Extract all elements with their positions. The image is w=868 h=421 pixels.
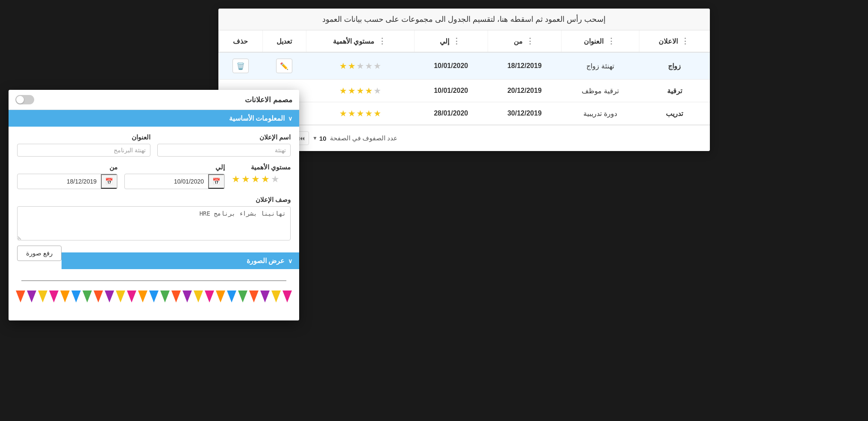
star-3[interactable]: ★	[251, 174, 260, 185]
star-cell: ★	[365, 86, 373, 96]
flag-item	[38, 291, 47, 302]
flag-item	[27, 291, 36, 302]
flag-item	[182, 291, 192, 302]
cell-to: 10/01/2020	[414, 80, 488, 102]
cell-delete[interactable]: 🗑️	[219, 52, 263, 80]
form-group-from: من 📅	[17, 163, 118, 189]
importance-stars[interactable]: ★ ★ ★ ★ ★	[232, 174, 291, 185]
form-group-to: إلي 📅	[124, 163, 225, 189]
flag-item	[171, 291, 181, 302]
title-label: العنوان	[17, 133, 150, 141]
col-from: ⋮ من	[488, 30, 561, 52]
to-date-picker-button[interactable]: 📅	[208, 174, 224, 189]
flag-item	[149, 291, 159, 302]
star-cell: ★	[339, 61, 347, 71]
star-cell: ★	[374, 108, 381, 119]
cell-to: 10/01/2020	[414, 52, 488, 80]
to-date-input[interactable]	[125, 175, 208, 187]
to-label: إلي	[124, 163, 225, 171]
toggle-switch[interactable]	[15, 95, 34, 104]
cell-importance: ★★★★★	[306, 80, 415, 102]
flag-item	[249, 291, 259, 302]
col-title: ⋮ العنوان	[561, 30, 639, 52]
star-cell: ★	[374, 61, 381, 71]
flag-item	[194, 291, 203, 302]
star-cell: ★	[356, 108, 364, 119]
section-image-label: عرض الصورة	[247, 257, 285, 265]
flag-item	[238, 291, 247, 302]
star-4[interactable]: ★	[241, 174, 250, 185]
cell-from: 20/12/2019	[488, 80, 561, 102]
section-basic-label: المعلومات الأساسية	[229, 114, 285, 122]
ad-name-label: اسم الإعلان	[157, 133, 291, 141]
edit-button[interactable]: ✏️	[276, 59, 292, 73]
cell-ad-type: ترقية	[639, 80, 710, 102]
cell-ad-type: تدريب	[639, 102, 710, 125]
col-separator[interactable]: ⋮	[606, 37, 617, 45]
col-separator[interactable]: ⋮	[377, 37, 388, 45]
flag-item	[260, 291, 270, 302]
upload-image-button[interactable]: رفع صورة	[17, 246, 62, 261]
form-header: مصمم الاعلانات	[9, 90, 299, 110]
rows-per-page-value: 10	[319, 135, 327, 142]
form-group-title: العنوان	[17, 133, 150, 157]
flag-item	[60, 291, 70, 302]
flag-item	[282, 291, 292, 302]
flag-item	[271, 291, 281, 302]
from-date-wrapper: 📅	[17, 174, 118, 189]
flag-item	[49, 291, 59, 302]
star-2[interactable]: ★	[261, 174, 270, 185]
col-ad-type: ⋮ الاعلان	[639, 30, 710, 52]
col-delete: حذف	[219, 30, 263, 52]
drag-hint: إسحب رأس العمود ثم اسقطه هنا، لتقسيم الج…	[218, 9, 710, 30]
flag-item	[138, 291, 147, 302]
section-image-chevron-icon: ∨	[288, 258, 292, 264]
dropdown-arrow-icon[interactable]: ▼	[312, 135, 318, 141]
star-cell: ★	[339, 86, 347, 96]
description-label: وصف الإعلان	[17, 196, 291, 204]
flag-item	[216, 291, 225, 302]
form-group-description: وصف الإعلان تهانينا بشراء برنامج HRE	[17, 196, 291, 240]
star-cell: ★	[348, 86, 356, 96]
bunting-decoration	[9, 276, 299, 302]
page-count-select[interactable]: 10 ▼	[312, 135, 327, 142]
col-importance: ⋮ مستوي الأهمية	[306, 30, 415, 52]
col-separator[interactable]: ⋮	[680, 37, 691, 45]
star-1[interactable]: ★	[271, 174, 280, 185]
star-cell: ★	[374, 86, 381, 96]
delete-button[interactable]: 🗑️	[232, 59, 249, 73]
title-input[interactable]	[17, 144, 150, 157]
form-body: اسم الإعلان العنوان مستوي الأهمية ★ ★ ★ …	[9, 127, 299, 252]
importance-label: مستوي الأهمية	[232, 163, 291, 171]
from-date-input[interactable]	[18, 175, 101, 187]
cell-edit[interactable]: ✏️	[262, 52, 306, 80]
from-label: من	[17, 163, 118, 171]
col-to: ⋮ إلي	[414, 30, 488, 52]
form-group-importance: مستوي الأهمية ★ ★ ★ ★ ★	[232, 163, 291, 185]
cell-ad-type: زواج	[639, 52, 710, 80]
cell-title: دورة تدريبية	[561, 102, 639, 125]
flag-item	[105, 291, 114, 302]
form-row-names: اسم الإعلان العنوان	[17, 133, 291, 157]
star-cell: ★	[365, 108, 373, 119]
form-row-dates: مستوي الأهمية ★ ★ ★ ★ ★ إلي 📅 من	[17, 163, 291, 189]
flag-item	[205, 291, 214, 302]
star-cell: ★	[356, 86, 364, 96]
col-separator[interactable]: ⋮	[451, 37, 462, 45]
flag-item	[116, 291, 125, 302]
star-cell: ★	[348, 108, 356, 119]
bunting-rope	[21, 280, 286, 281]
description-textarea[interactable]: تهانينا بشراء برنامج HRE	[17, 206, 291, 240]
flag-item	[94, 291, 103, 302]
ad-name-input[interactable]	[157, 144, 291, 157]
cell-to: 28/01/2020	[414, 102, 488, 125]
rows-per-page-label: عدد الصفوف في الصفحة	[330, 134, 398, 142]
section-basic-header[interactable]: ∨ المعلومات الأساسية	[9, 110, 299, 127]
flag-item	[82, 291, 92, 302]
form-group-ad-name: اسم الإعلان	[157, 133, 291, 157]
section-image-header[interactable]: ∨ عرض الصورة	[62, 252, 299, 269]
star-cell: ★	[356, 61, 364, 71]
from-date-picker-button[interactable]: 📅	[101, 174, 117, 189]
col-separator[interactable]: ⋮	[524, 37, 536, 45]
star-5[interactable]: ★	[232, 174, 240, 185]
